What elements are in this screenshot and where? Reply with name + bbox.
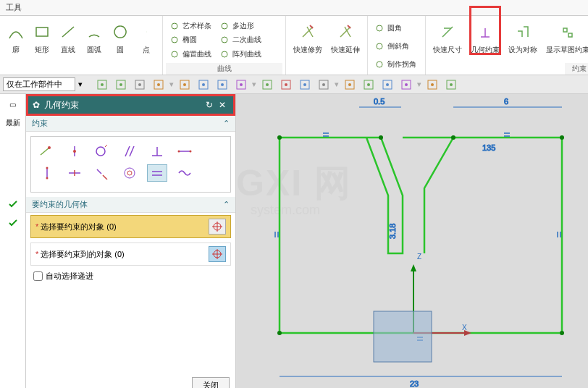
constraint-vertical[interactable] [37, 164, 57, 182]
svg-line-50 [125, 146, 130, 156]
filter-combo[interactable]: 仅在工作部件中 [3, 77, 75, 91]
quickbar-btn-11[interactable] [316, 77, 332, 92]
recent-label[interactable]: 最新 [4, 116, 22, 130]
ribbon-trim-0[interactable]: 快速修剪 [289, 17, 327, 75]
constraint-parallel[interactable] [119, 143, 140, 160]
quickbar-btn-17[interactable] [443, 77, 459, 92]
constraint-collinear[interactable] [92, 164, 112, 182]
ribbon-btn-4[interactable]: 圆 [107, 17, 133, 75]
dropdown-icon[interactable]: ▾ [78, 80, 83, 89]
ribbon-item[interactable]: 偏置曲线 [169, 48, 213, 60]
ribbon-item[interactable]: 椭圆 [169, 34, 213, 46]
gear-icon[interactable]: ✿ [33, 100, 40, 110]
svg-rect-99 [374, 311, 432, 362]
constraint-perpendicular[interactable] [147, 143, 167, 160]
quickbar-btn-15[interactable] [398, 77, 414, 92]
svg-point-14 [138, 83, 141, 86]
svg-point-10 [101, 83, 104, 86]
section-constraints[interactable]: 约束 ⌃ [26, 116, 235, 132]
constraint-horizontal[interactable] [175, 143, 195, 160]
ribbon-btn-label: 直线 [61, 45, 75, 55]
svg-point-3 [222, 23, 227, 29]
ribbon-item[interactable]: 二次曲线 [219, 34, 263, 46]
title-bar: 工具 [0, 0, 588, 16]
ribbon-btn-label: 点 [143, 45, 150, 55]
ribbon-btn-3[interactable]: 圆弧 [81, 17, 107, 75]
svg-line-49 [105, 145, 109, 147]
quickbar-btn-16[interactable] [424, 77, 440, 92]
ribbon-constraint-2[interactable]: 设为对称 [504, 17, 542, 75]
constraint-point-on-curve[interactable] [64, 143, 85, 160]
quickbar-btn-13[interactable] [361, 77, 377, 92]
ribbon-group-constraints-label: 约束 [565, 63, 588, 75]
dim-angle: 135 [482, 143, 495, 152]
ribbon-item[interactable]: 倒斜角 [374, 41, 418, 52]
svg-point-48 [96, 147, 105, 156]
shape-icon [7, 20, 25, 43]
shape-icon [112, 20, 129, 43]
svg-point-65 [127, 171, 132, 175]
select-object-label: 选择要约束的对象 (0) [41, 222, 117, 232]
close-button[interactable]: 关闭 [192, 377, 230, 388]
section-geometry[interactable]: 要约束的几何体 ⌃ [26, 197, 235, 213]
ribbon-item[interactable]: 多边形 [219, 20, 263, 32]
ribbon: 廓 矩形 直线 圆弧 圆 点 艺术样条椭圆偏置曲线 多边形二次曲线阵列曲线 曲线… [0, 16, 588, 75]
quickbar-btn-2[interactable] [132, 77, 148, 92]
tab-icon[interactable]: ▭ [4, 97, 22, 111]
required-star-icon: * [35, 222, 38, 231]
ribbon-btn-2[interactable]: 直线 [55, 17, 81, 75]
shape-icon [138, 20, 155, 43]
constraint-equal-radius[interactable] [175, 164, 195, 182]
quickbar-btn-3[interactable] [151, 77, 167, 92]
quickbar-btn-10[interactable] [297, 77, 313, 92]
ribbon-btn-1[interactable]: 矩形 [29, 17, 55, 75]
ribbon-constraint-0[interactable]: 快速尺寸 [429, 17, 466, 75]
ribbon-btn-label: 快速延伸 [331, 45, 360, 55]
quickbar-btn-0[interactable] [94, 77, 110, 92]
select-target-row[interactable]: * 选择要约束到的对象 (0) [30, 242, 231, 266]
pick-target-button[interactable] [209, 246, 226, 262]
ribbon-item[interactable]: 艺术样条 [169, 20, 213, 32]
ribbon-btn-0[interactable]: 廓 [3, 17, 29, 75]
svg-point-82 [277, 331, 282, 335]
ribbon-btn-5[interactable]: 点 [133, 17, 159, 75]
quickbar-btn-1[interactable] [113, 77, 129, 92]
svg-point-64 [125, 168, 135, 178]
svg-line-51 [130, 146, 134, 156]
constraint-equal-length[interactable] [147, 164, 167, 182]
constraint-concentric[interactable] [119, 164, 140, 182]
quickbar-btn-5[interactable] [196, 77, 211, 92]
ribbon-item[interactable]: 阵列曲线 [219, 48, 263, 60]
constraint-coincident[interactable] [37, 143, 57, 160]
quickbar-btn-12[interactable] [342, 77, 358, 92]
constraint-midpoint[interactable] [64, 164, 85, 182]
svg-point-78 [379, 135, 383, 140]
svg-point-26 [266, 83, 269, 86]
svg-point-36 [367, 83, 370, 86]
auto-progress-checkbox[interactable] [33, 271, 43, 281]
constraint-tangent[interactable] [92, 143, 112, 160]
ribbon-trim-1[interactable]: 快速延伸 [327, 17, 364, 75]
quickbar-btn-8[interactable] [259, 77, 275, 92]
close-icon[interactable]: ✕ [216, 98, 229, 111]
pick-target-button[interactable] [209, 219, 226, 235]
ribbon-btn-label: 设为对称 [508, 45, 537, 55]
ribbon-constraint-1[interactable]: 几何约束 [466, 17, 504, 75]
sketch-canvas[interactable]: GXI 网 system.com 0.5 6 23 3.18 135 [236, 94, 588, 388]
auto-progress-row[interactable]: 自动选择递进 [26, 268, 235, 284]
quickbar-btn-6[interactable] [214, 77, 230, 92]
ribbon-btn-label: 几何约束 [471, 45, 500, 55]
quickbar-btn-14[interactable] [379, 77, 395, 92]
ribbon-item[interactable]: 制作拐角 [374, 59, 418, 70]
quickbar-btn-9[interactable] [278, 77, 294, 92]
ribbon-item[interactable]: 圆角 [374, 22, 418, 34]
quickbar-btn-7[interactable] [233, 77, 249, 92]
quickbar-btn-4[interactable] [177, 77, 193, 92]
reset-icon[interactable]: ↻ [203, 98, 216, 111]
ribbon-item-label: 椭圆 [182, 35, 197, 45]
svg-point-80 [560, 135, 564, 140]
dim-top2: 6 [504, 97, 508, 106]
select-object-row[interactable]: * 选择要约束的对象 (0) [30, 215, 231, 238]
svg-point-4 [222, 37, 227, 43]
chevron-up-icon: ⌃ [223, 119, 230, 128]
